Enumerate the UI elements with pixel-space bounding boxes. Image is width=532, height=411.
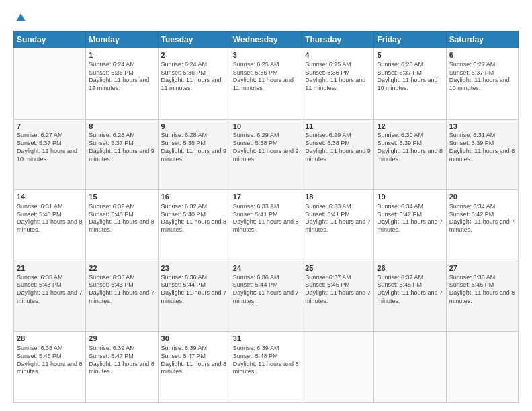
calendar-day-cell: 1Sunrise: 6:24 AMSunset: 5:36 PMDaylight… <box>86 48 158 120</box>
calendar-day-cell: 11Sunrise: 6:29 AMSunset: 5:38 PMDayligh… <box>302 119 374 190</box>
calendar-header-saturday: Saturday <box>446 32 518 48</box>
day-info: Sunrise: 6:28 AMSunset: 5:37 PMDaylight:… <box>89 132 154 163</box>
day-number: 18 <box>305 192 371 202</box>
day-number: 31 <box>233 334 299 344</box>
day-info: Sunrise: 6:29 AMSunset: 5:38 PMDaylight:… <box>305 132 371 163</box>
day-number: 1 <box>89 50 154 60</box>
day-info: Sunrise: 6:25 AMSunset: 5:36 PMDaylight:… <box>305 61 371 93</box>
calendar-day-cell: 27Sunrise: 6:38 AMSunset: 5:46 PMDayligh… <box>446 261 518 332</box>
day-info: Sunrise: 6:32 AMSunset: 5:40 PMDaylight:… <box>89 203 154 234</box>
calendar-day-cell: 12Sunrise: 6:30 AMSunset: 5:39 PMDayligh… <box>374 119 446 190</box>
calendar-day-cell: 16Sunrise: 6:32 AMSunset: 5:40 PMDayligh… <box>158 190 230 261</box>
day-number: 20 <box>449 192 515 202</box>
day-number: 25 <box>305 263 371 273</box>
day-info: Sunrise: 6:39 AMSunset: 5:48 PMDaylight:… <box>233 345 299 376</box>
calendar-day-cell <box>446 332 518 403</box>
day-info: Sunrise: 6:34 AMSunset: 5:42 PMDaylight:… <box>449 203 515 234</box>
calendar-day-cell: 23Sunrise: 6:36 AMSunset: 5:44 PMDayligh… <box>158 261 230 332</box>
day-number: 26 <box>377 263 443 273</box>
calendar-table: SundayMondayTuesdayWednesdayThursdayFrid… <box>13 31 519 403</box>
day-number: 14 <box>17 192 83 202</box>
day-number: 6 <box>449 50 515 60</box>
logo-icon <box>15 12 27 24</box>
day-number: 4 <box>305 50 371 60</box>
day-info: Sunrise: 6:33 AMSunset: 5:41 PMDaylight:… <box>233 203 299 234</box>
calendar-day-cell: 6Sunrise: 6:27 AMSunset: 5:37 PMDaylight… <box>446 48 518 120</box>
svg-marker-0 <box>16 13 26 21</box>
day-info: Sunrise: 6:33 AMSunset: 5:41 PMDaylight:… <box>305 203 371 234</box>
day-info: Sunrise: 6:36 AMSunset: 5:44 PMDaylight:… <box>233 274 299 306</box>
day-info: Sunrise: 6:32 AMSunset: 5:40 PMDaylight:… <box>161 203 227 234</box>
calendar-day-cell: 30Sunrise: 6:39 AMSunset: 5:47 PMDayligh… <box>158 332 230 403</box>
day-info: Sunrise: 6:38 AMSunset: 5:46 PMDaylight:… <box>17 345 83 376</box>
calendar-day-cell: 5Sunrise: 6:26 AMSunset: 5:37 PMDaylight… <box>374 48 446 120</box>
calendar-day-cell: 28Sunrise: 6:38 AMSunset: 5:46 PMDayligh… <box>14 332 86 403</box>
calendar-day-cell: 15Sunrise: 6:32 AMSunset: 5:40 PMDayligh… <box>86 190 158 261</box>
calendar-day-cell: 10Sunrise: 6:29 AMSunset: 5:38 PMDayligh… <box>230 119 302 190</box>
day-number: 11 <box>305 122 371 132</box>
calendar-week-row: 28Sunrise: 6:38 AMSunset: 5:46 PMDayligh… <box>14 332 519 403</box>
day-info: Sunrise: 6:38 AMSunset: 5:46 PMDaylight:… <box>449 274 515 306</box>
day-info: Sunrise: 6:25 AMSunset: 5:36 PMDaylight:… <box>233 61 299 93</box>
calendar-day-cell: 24Sunrise: 6:36 AMSunset: 5:44 PMDayligh… <box>230 261 302 332</box>
day-info: Sunrise: 6:37 AMSunset: 5:45 PMDaylight:… <box>305 274 371 306</box>
day-number: 24 <box>233 263 299 273</box>
calendar-day-cell: 13Sunrise: 6:31 AMSunset: 5:39 PMDayligh… <box>446 119 518 190</box>
day-number: 7 <box>17 122 83 132</box>
calendar-header-row: SundayMondayTuesdayWednesdayThursdayFrid… <box>14 32 519 48</box>
calendar-day-cell: 31Sunrise: 6:39 AMSunset: 5:48 PMDayligh… <box>230 332 302 403</box>
day-info: Sunrise: 6:35 AMSunset: 5:43 PMDaylight:… <box>89 274 154 306</box>
day-number: 13 <box>449 122 515 132</box>
calendar-day-cell: 14Sunrise: 6:31 AMSunset: 5:40 PMDayligh… <box>14 190 86 261</box>
calendar-week-row: 14Sunrise: 6:31 AMSunset: 5:40 PMDayligh… <box>14 190 519 261</box>
calendar-day-cell: 2Sunrise: 6:24 AMSunset: 5:36 PMDaylight… <box>158 48 230 120</box>
calendar-header-tuesday: Tuesday <box>158 32 230 48</box>
day-number: 21 <box>17 263 83 273</box>
calendar-day-cell: 26Sunrise: 6:37 AMSunset: 5:45 PMDayligh… <box>374 261 446 332</box>
calendar-day-cell: 18Sunrise: 6:33 AMSunset: 5:41 PMDayligh… <box>302 190 374 261</box>
day-number: 23 <box>161 263 227 273</box>
day-number: 5 <box>377 50 443 60</box>
day-info: Sunrise: 6:28 AMSunset: 5:38 PMDaylight:… <box>161 132 227 163</box>
day-number: 22 <box>89 263 154 273</box>
header <box>13 12 519 24</box>
day-number: 30 <box>161 334 227 344</box>
day-info: Sunrise: 6:35 AMSunset: 5:43 PMDaylight:… <box>17 274 83 306</box>
day-number: 15 <box>89 192 154 202</box>
calendar-day-cell: 7Sunrise: 6:27 AMSunset: 5:37 PMDaylight… <box>14 119 86 190</box>
day-info: Sunrise: 6:24 AMSunset: 5:36 PMDaylight:… <box>89 61 154 93</box>
calendar-week-row: 21Sunrise: 6:35 AMSunset: 5:43 PMDayligh… <box>14 261 519 332</box>
calendar-header-thursday: Thursday <box>302 32 374 48</box>
day-number: 9 <box>161 122 227 132</box>
calendar-day-cell <box>302 332 374 403</box>
day-info: Sunrise: 6:26 AMSunset: 5:37 PMDaylight:… <box>377 61 443 93</box>
calendar-day-cell: 4Sunrise: 6:25 AMSunset: 5:36 PMDaylight… <box>302 48 374 120</box>
calendar-week-row: 7Sunrise: 6:27 AMSunset: 5:37 PMDaylight… <box>14 119 519 190</box>
day-info: Sunrise: 6:27 AMSunset: 5:37 PMDaylight:… <box>449 61 515 93</box>
day-info: Sunrise: 6:34 AMSunset: 5:42 PMDaylight:… <box>377 203 443 234</box>
calendar-day-cell: 29Sunrise: 6:39 AMSunset: 5:47 PMDayligh… <box>86 332 158 403</box>
calendar-day-cell: 21Sunrise: 6:35 AMSunset: 5:43 PMDayligh… <box>14 261 86 332</box>
day-info: Sunrise: 6:27 AMSunset: 5:37 PMDaylight:… <box>17 132 83 163</box>
day-info: Sunrise: 6:31 AMSunset: 5:39 PMDaylight:… <box>449 132 515 163</box>
day-number: 28 <box>17 334 83 344</box>
day-info: Sunrise: 6:24 AMSunset: 5:36 PMDaylight:… <box>161 61 227 93</box>
calendar-day-cell <box>374 332 446 403</box>
day-number: 12 <box>377 122 443 132</box>
page: SundayMondayTuesdayWednesdayThursdayFrid… <box>0 0 532 411</box>
day-number: 8 <box>89 122 154 132</box>
day-info: Sunrise: 6:30 AMSunset: 5:39 PMDaylight:… <box>377 132 443 163</box>
day-info: Sunrise: 6:37 AMSunset: 5:45 PMDaylight:… <box>377 274 443 306</box>
day-number: 19 <box>377 192 443 202</box>
day-info: Sunrise: 6:29 AMSunset: 5:38 PMDaylight:… <box>233 132 299 163</box>
calendar-header-sunday: Sunday <box>14 32 86 48</box>
calendar-day-cell: 8Sunrise: 6:28 AMSunset: 5:37 PMDaylight… <box>86 119 158 190</box>
day-number: 16 <box>161 192 227 202</box>
calendar-day-cell: 17Sunrise: 6:33 AMSunset: 5:41 PMDayligh… <box>230 190 302 261</box>
calendar-day-cell <box>14 48 86 120</box>
calendar-day-cell: 9Sunrise: 6:28 AMSunset: 5:38 PMDaylight… <box>158 119 230 190</box>
day-number: 2 <box>161 50 227 60</box>
day-info: Sunrise: 6:36 AMSunset: 5:44 PMDaylight:… <box>161 274 227 306</box>
day-info: Sunrise: 6:39 AMSunset: 5:47 PMDaylight:… <box>161 345 227 376</box>
day-number: 17 <box>233 192 299 202</box>
